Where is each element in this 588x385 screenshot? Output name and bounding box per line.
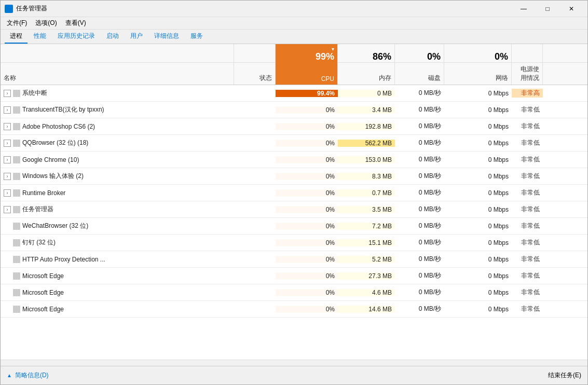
- expand-button[interactable]: ›: [4, 140, 11, 147]
- close-button[interactable]: ✕: [559, 1, 583, 17]
- maximize-button[interactable]: □: [536, 1, 559, 17]
- process-name-cell: ›任务管理器: [1, 205, 234, 214]
- menu-view[interactable]: 查看(V): [61, 18, 90, 29]
- process-name-label: 系统中断: [22, 89, 47, 98]
- header-disk-top[interactable]: 0%: [395, 44, 444, 63]
- expand-button[interactable]: ›: [4, 156, 11, 163]
- expand-button[interactable]: ›: [4, 90, 11, 97]
- end-task-button[interactable]: 结束任务(E): [548, 371, 581, 380]
- table-row[interactable]: WeChatBrowser (32 位)0%7.2 MB0 MB/秒0 Mbps…: [1, 218, 587, 235]
- table-row[interactable]: ›Windows 输入体验 (2)0%8.3 MB0 MB/秒0 Mbps非常低: [1, 168, 587, 185]
- tab-performance[interactable]: 性能: [29, 30, 51, 44]
- process-network-cell: 0 Mbps: [444, 239, 512, 246]
- process-network-cell: 0 Mbps: [444, 123, 512, 130]
- table-row[interactable]: ›Adobe Photoshop CS6 (2)0%192.8 MB0 MB/秒…: [1, 118, 587, 135]
- process-power-cell: 非常低: [512, 271, 543, 280]
- process-icon: [13, 90, 20, 97]
- process-disk-cell: 0 MB/秒: [395, 155, 444, 164]
- header-name[interactable]: 名称: [1, 63, 234, 85]
- process-mem-cell: 3.5 MB: [338, 206, 395, 213]
- process-table-container: ▾ 99% 86% 0% 0% 名称 状态 CPU: [1, 44, 587, 360]
- process-name-label: WeChatBrowser (32 位): [22, 222, 88, 230]
- process-network-cell: 0 Mbps: [444, 156, 512, 163]
- process-network-cell: 0 Mbps: [444, 140, 512, 147]
- table-row[interactable]: ›Google Chrome (10)0%153.0 MB0 MB/秒0 Mbp…: [1, 152, 587, 168]
- process-disk-cell: 0 MB/秒: [395, 105, 444, 114]
- status-bar-summary[interactable]: ▲ 简略信息(D): [7, 371, 49, 380]
- table-row[interactable]: ›系统中断99.4%0 MB0 MB/秒0 Mbps非常高: [1, 85, 587, 102]
- menu-file[interactable]: 文件(F): [3, 18, 31, 29]
- header-disk[interactable]: 磁盘: [395, 63, 444, 85]
- process-mem-cell: 0.7 MB: [338, 189, 395, 197]
- tab-users[interactable]: 用户: [125, 30, 148, 44]
- process-mem-cell: 192.8 MB: [338, 123, 395, 130]
- process-cpu-cell: 0%: [276, 173, 338, 180]
- process-disk-cell: 0 MB/秒: [395, 172, 444, 181]
- process-cpu-cell: 0%: [276, 123, 338, 130]
- header-mem-top[interactable]: 86%: [338, 44, 395, 63]
- process-icon: [13, 123, 20, 130]
- minimize-button[interactable]: —: [512, 1, 536, 17]
- process-name-cell: Microsoft Edge: [1, 306, 234, 313]
- process-name-label: Microsoft Edge: [22, 272, 64, 280]
- process-mem-cell: 8.3 MB: [338, 173, 395, 180]
- table-row[interactable]: ›TranslucentTB(汉化 by tpxxn)0%3.4 MB0 MB/…: [1, 102, 587, 118]
- expand-button[interactable]: ›: [4, 106, 11, 114]
- header-network[interactable]: 网络: [444, 63, 512, 85]
- header-status[interactable]: 状态: [234, 63, 276, 85]
- network-pct: 0%: [495, 52, 508, 61]
- table-row[interactable]: 钉钉 (32 位)0%15.1 MB0 MB/秒0 Mbps非常低: [1, 235, 587, 251]
- header-network-top[interactable]: 0%: [444, 44, 512, 63]
- process-name-label: TranslucentTB(汉化 by tpxxn): [22, 105, 104, 114]
- process-name-label: 任务管理器: [22, 205, 53, 214]
- table-row[interactable]: Microsoft Edge0%27.3 MB0 MB/秒0 Mbps非常低: [1, 268, 587, 284]
- tab-services[interactable]: 服务: [185, 30, 208, 44]
- process-name-cell: ›Google Chrome (10): [1, 156, 234, 163]
- tab-app-history[interactable]: 应用历史记录: [52, 30, 100, 44]
- process-cpu-cell: 99.4%: [276, 90, 338, 97]
- header-cpu[interactable]: CPU: [276, 63, 338, 85]
- expand-button[interactable]: ›: [4, 206, 11, 213]
- cpu-pct: 99%: [316, 52, 334, 61]
- table-row[interactable]: ›Runtime Broker0%0.7 MB0 MB/秒0 Mbps非常低: [1, 185, 587, 201]
- process-icon: [13, 173, 20, 180]
- tab-details[interactable]: 详细信息: [149, 30, 184, 44]
- process-table-body[interactable]: ›系统中断99.4%0 MB0 MB/秒0 Mbps非常高›Translucen…: [1, 85, 587, 360]
- expand-button[interactable]: ›: [4, 189, 11, 197]
- window-controls: — □ ✕: [512, 1, 583, 17]
- table-row[interactable]: Microsoft Edge0%14.6 MB0 MB/秒0 Mbps非常低: [1, 301, 587, 318]
- process-icon: [13, 239, 20, 246]
- process-cpu-cell: 0%: [276, 156, 338, 163]
- process-icon: [13, 140, 20, 147]
- process-name-cell: 钉钉 (32 位): [1, 238, 234, 247]
- menu-options[interactable]: 选项(O): [31, 18, 61, 29]
- process-name-cell: ›Adobe Photoshop CS6 (2): [1, 123, 234, 130]
- process-name-label: Windows 输入体验 (2): [22, 172, 84, 181]
- header-mem[interactable]: 内存: [338, 63, 395, 85]
- table-row[interactable]: ›QQBrowser (32 位) (18)0%562.2 MB0 MB/秒0 …: [1, 135, 587, 152]
- process-power-cell: 非常低: [512, 222, 543, 230]
- process-name-cell: WeChatBrowser (32 位): [1, 222, 234, 230]
- tab-processes[interactable]: 进程: [5, 30, 28, 44]
- process-name-label: HTTP Auto Proxy Detection ...: [22, 256, 105, 263]
- process-mem-cell: 5.2 MB: [338, 256, 395, 263]
- header-name-top: [1, 44, 234, 63]
- process-network-cell: 0 Mbps: [444, 106, 512, 114]
- process-network-cell: 0 Mbps: [444, 289, 512, 296]
- process-network-cell: 0 Mbps: [444, 256, 512, 263]
- expand-button[interactable]: ›: [4, 123, 11, 130]
- process-network-cell: 0 Mbps: [444, 306, 512, 313]
- table-row[interactable]: HTTP Auto Proxy Detection ...0%5.2 MB0 M…: [1, 251, 587, 268]
- tab-startup[interactable]: 启动: [101, 30, 124, 44]
- process-cpu-cell: 0%: [276, 289, 338, 296]
- process-network-cell: 0 Mbps: [444, 90, 512, 97]
- expand-button[interactable]: ›: [4, 173, 11, 180]
- table-row[interactable]: ›任务管理器0%3.5 MB0 MB/秒0 Mbps非常低: [1, 201, 587, 218]
- header-cpu-top[interactable]: ▾ 99%: [276, 44, 338, 63]
- window-title: 任务管理器: [16, 4, 512, 13]
- header-power[interactable]: 电源使用情况: [512, 63, 543, 85]
- table-row[interactable]: Microsoft Edge0%4.6 MB0 MB/秒0 Mbps非常低: [1, 284, 587, 301]
- process-disk-cell: 0 MB/秒: [395, 288, 444, 297]
- process-name-label: Microsoft Edge: [22, 289, 64, 296]
- horizontal-scrollbar[interactable]: [1, 360, 587, 366]
